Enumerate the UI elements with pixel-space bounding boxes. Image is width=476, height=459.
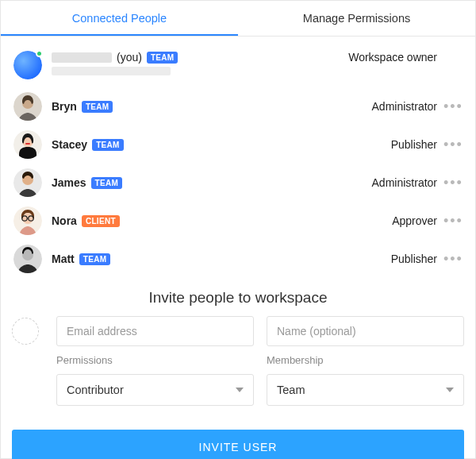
permissions-select[interactable]: Contributor (56, 374, 254, 406)
presence-dot-icon (36, 50, 43, 57)
person-row: (you)TEAMWorkspace owner••• (1, 43, 475, 87)
role-label: Publisher (391, 253, 437, 265)
permissions-label: Permissions (56, 354, 254, 366)
more-menu-icon[interactable]: ••• (443, 176, 463, 190)
avatar (13, 245, 42, 273)
workspace-people-panel: Connected People Manage Permissions (you… (0, 0, 476, 459)
avatar (13, 206, 42, 235)
team-badge: TEAM (147, 52, 178, 64)
person-row: StaceyTEAMPublisher••• (1, 125, 475, 164)
email-input[interactable] (56, 316, 254, 346)
membership-label: Membership (267, 354, 464, 366)
role-label: Workspace owner (348, 51, 437, 64)
tabs: Connected People Manage Permissions (1, 1, 475, 37)
more-menu-icon[interactable]: ••• (443, 214, 463, 228)
person-name: Matt (52, 253, 75, 265)
name-block: (you)TEAM (52, 51, 348, 75)
people-list: (you)TEAMWorkspace owner•••BrynTEAMAdmin… (1, 37, 475, 281)
team-badge: TEAM (79, 253, 111, 265)
person-row: MattTEAMPublisher••• (1, 240, 475, 278)
you-indicator: (you) (117, 51, 142, 64)
role-label: Publisher (391, 138, 437, 151)
avatar (13, 168, 42, 197)
team-badge: TEAM (82, 101, 113, 113)
person-name: James (52, 176, 86, 189)
name-input[interactable] (267, 316, 464, 346)
team-badge: TEAM (92, 139, 124, 151)
role-label: Administrator (372, 100, 437, 113)
more-menu-icon[interactable]: ••• (443, 252, 463, 266)
avatar (13, 92, 42, 121)
person-name: Nora (52, 214, 77, 227)
person-row: BrynTEAMAdministrator••• (1, 87, 475, 125)
invite-user-button[interactable]: INVITE USER (12, 430, 464, 459)
team-badge: TEAM (91, 177, 123, 189)
name-block: NoraCLIENT (52, 214, 392, 227)
more-menu-icon[interactable]: ••• (443, 99, 463, 114)
more-menu-icon[interactable]: ••• (443, 137, 463, 152)
person-row: JamesTEAMAdministrator••• (1, 164, 475, 202)
role-label: Approver (392, 214, 437, 227)
membership-value: Team (277, 384, 305, 396)
svg-rect-5 (25, 143, 30, 145)
redacted-email (52, 67, 171, 75)
avatar (13, 130, 42, 159)
avatar-placeholder-icon (12, 318, 39, 345)
person-row: NoraCLIENTApprover••• (1, 202, 475, 240)
client-badge: CLIENT (82, 215, 120, 227)
membership-select[interactable]: Team (267, 374, 464, 406)
redacted-name (52, 52, 112, 63)
name-block: MattTEAM (52, 253, 391, 265)
person-name: Bryn (52, 100, 77, 113)
name-block: StaceyTEAM (52, 138, 391, 151)
person-name: Stacey (52, 138, 87, 151)
chevron-down-icon (236, 388, 244, 392)
tab-manage-permissions[interactable]: Manage Permissions (238, 1, 475, 36)
chevron-down-icon (446, 388, 454, 392)
name-block: BrynTEAM (52, 100, 372, 113)
invite-title: Invite people to workspace (12, 289, 464, 307)
permissions-value: Contributor (67, 384, 124, 396)
invite-section: Invite people to workspace Permissions M… (1, 281, 475, 415)
role-label: Administrator (372, 176, 437, 189)
tab-connected-people[interactable]: Connected People (1, 1, 238, 36)
name-block: JamesTEAM (52, 176, 372, 189)
avatar (13, 51, 42, 79)
